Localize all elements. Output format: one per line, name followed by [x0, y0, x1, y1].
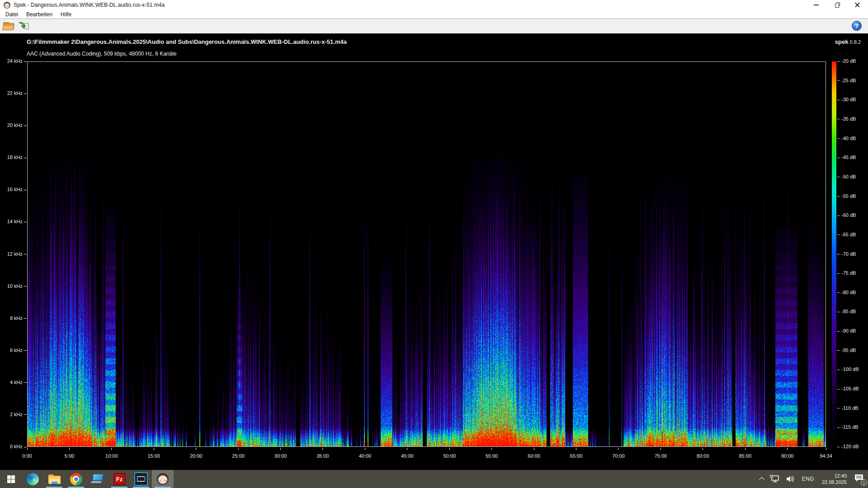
- db-tick-label: -45 dB: [841, 155, 856, 160]
- chevron-up-icon: [759, 477, 765, 483]
- time-tick-label: 10:00: [100, 453, 123, 459]
- db-tick: [837, 427, 840, 428]
- menu-item-hilfe[interactable]: Hilfe: [57, 10, 75, 19]
- pc-monitor-icon: [91, 474, 104, 484]
- time-tick-label: 55:00: [481, 453, 503, 459]
- freq-tick-label: 20 kHz: [0, 122, 23, 128]
- notification-center-button[interactable]: 1: [851, 470, 868, 488]
- menu-item-datei[interactable]: Datei: [1, 10, 22, 19]
- freq-tick: [24, 190, 27, 190]
- spectrogram-plot: [27, 61, 826, 447]
- freq-tick-label: 12 kHz: [0, 251, 23, 257]
- notification-badge: 1: [861, 479, 867, 486]
- codec-info: AAC (Advanced Audio Coding), 509 kbps, 4…: [27, 51, 177, 57]
- db-tick-label: -50 dB: [841, 174, 856, 179]
- language-indicator[interactable]: ENG: [798, 470, 818, 488]
- time-tick-label: 25:00: [227, 453, 250, 459]
- close-button[interactable]: [847, 0, 868, 10]
- time-tick-label: 15:00: [142, 453, 165, 459]
- freq-tick-label: 24 kHz: [0, 58, 23, 64]
- spek-app-icon: [4, 2, 10, 9]
- taskbar-file-explorer-button[interactable]: [43, 470, 65, 488]
- restore-button[interactable]: [826, 0, 847, 10]
- title-bar: Spek - Dangerous.Animals.WINK.WEB-DL.aud…: [0, 0, 868, 10]
- clock[interactable]: 12:40 22.08.2025: [818, 470, 851, 488]
- freq-tick: [24, 350, 27, 351]
- db-tick-label: -90 dB: [841, 328, 856, 333]
- time-tick: [660, 448, 661, 450]
- freq-tick-label: 2 kHz: [0, 412, 23, 417]
- time-tick-label: 70:00: [607, 453, 630, 459]
- db-tick-label: -35 dB: [841, 116, 856, 122]
- taskbar-media-player-button[interactable]: [130, 470, 152, 488]
- db-tick: [837, 408, 840, 408]
- file-explorer-icon: [48, 474, 61, 484]
- time-tick: [27, 448, 28, 450]
- time-tick: [238, 448, 239, 450]
- screen: Spek - Dangerous.Animals.WINK.WEB-DL.aud…: [0, 0, 868, 488]
- taskbar-filezilla-button[interactable]: Fz: [108, 470, 130, 488]
- network-icon: [770, 475, 780, 483]
- freq-tick: [24, 447, 27, 447]
- time-tick-label: 35:00: [311, 453, 334, 459]
- save-spectrogram-button[interactable]: [17, 20, 31, 32]
- freq-tick-label: 8 kHz: [0, 315, 23, 321]
- colorbar: [832, 61, 836, 447]
- db-tick-label: -110 dB: [841, 405, 859, 411]
- freq-tick: [24, 414, 27, 415]
- volume-button[interactable]: [783, 470, 798, 488]
- app-name: spek: [835, 38, 849, 45]
- minimize-button[interactable]: [806, 0, 826, 10]
- time-tick-label: 80:00: [692, 453, 714, 459]
- freq-tick-label: 0 kHz: [0, 444, 23, 449]
- time-tick-label: 60:00: [523, 453, 545, 459]
- taskbar-pc-button[interactable]: [87, 470, 108, 488]
- freq-tick-label: 6 kHz: [0, 347, 23, 353]
- time-tick-label: 40:00: [354, 453, 376, 459]
- db-tick-label: -105 dB: [841, 386, 859, 391]
- db-tick: [837, 80, 840, 81]
- time-tick: [576, 448, 576, 450]
- db-tick-label: -120 dB: [841, 444, 859, 449]
- db-tick: [837, 158, 840, 158]
- taskbar: Fz: [0, 470, 868, 488]
- app-brand: spek 0.8.2: [835, 38, 861, 45]
- time-tick: [365, 448, 365, 450]
- taskbar-chrome-button[interactable]: [65, 470, 87, 488]
- time-tick: [154, 448, 154, 450]
- help-button[interactable]: ?: [852, 21, 862, 31]
- db-tick: [837, 312, 840, 312]
- db-tick: [837, 331, 840, 332]
- freq-tick: [24, 94, 27, 94]
- time-tick: [534, 448, 534, 450]
- filezilla-icon: Fz: [113, 473, 126, 485]
- file-path: G:\Filmmmaker 2\Dangerous.Animals.2025\A…: [27, 38, 347, 45]
- window-controls: [806, 0, 868, 10]
- db-tick: [837, 254, 840, 254]
- time-tick-label: 75:00: [649, 453, 672, 459]
- app-version: 0.8.2: [850, 39, 861, 45]
- taskbar-spek-button[interactable]: [152, 470, 174, 488]
- time-tick: [787, 448, 788, 450]
- db-tick-label: -85 dB: [841, 309, 856, 314]
- db-tick: [837, 177, 840, 177]
- db-tick: [837, 119, 840, 119]
- open-file-button[interactable]: [2, 20, 15, 32]
- time-tick-label: 50:00: [438, 453, 461, 459]
- menu-item-bearbeiten[interactable]: Bearbeiten: [22, 10, 57, 19]
- spectrogram-canvas: [28, 62, 826, 446]
- time-tick: [407, 448, 407, 450]
- network-button[interactable]: [767, 470, 783, 488]
- taskbar-edge-button[interactable]: [22, 470, 43, 488]
- db-tick-label: -30 dB: [841, 97, 856, 102]
- db-tick: [837, 389, 840, 389]
- db-tick-label: -95 dB: [841, 347, 856, 353]
- db-tick: [837, 273, 840, 274]
- window-title: Spek - Dangerous.Animals.WINK.WEB-DL.aud…: [14, 2, 165, 8]
- freq-tick-label: 16 kHz: [0, 187, 23, 192]
- hidden-icons-button[interactable]: [758, 470, 767, 488]
- time-tick: [69, 448, 70, 450]
- taskbar-start-button[interactable]: [0, 470, 22, 488]
- db-tick: [837, 292, 840, 293]
- db-tick: [837, 235, 840, 235]
